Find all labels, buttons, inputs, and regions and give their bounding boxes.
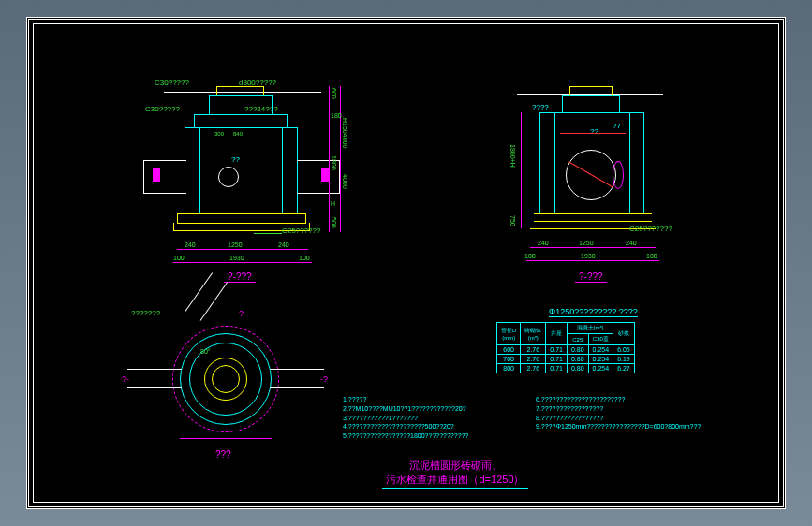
section-a-label: ?-???: [224, 271, 256, 283]
th-c25: C25: [567, 334, 588, 345]
section-a-drawing: C30????? d800????? C30????? ???24??? 300…: [160, 62, 357, 296]
note-5: 5.?????????????????1800????????????: [343, 431, 468, 441]
c30-label-b: C30?????: [145, 105, 180, 113]
dim-1250-b: 1250: [579, 240, 594, 246]
note-3: 3.???????????1???????: [343, 414, 468, 423]
qq-label: ??: [231, 155, 240, 164]
note-2: 2.??M10????MU10??1????????????20?: [343, 404, 468, 414]
note-7: 7.?????????????????: [536, 404, 701, 414]
dim-1250: 1250: [228, 241, 243, 248]
dim-4000v: 4000: [342, 174, 348, 189]
dim-240a-b: 240: [538, 240, 549, 246]
dim-100a-b: 100: [524, 253, 536, 259]
cut-right: -?: [320, 374, 328, 384]
note-8: 8.?????????????????: [536, 414, 701, 423]
dim-H1504000: H1504000: [342, 118, 348, 148]
dim-100a: 100: [173, 255, 185, 261]
notes-right: 6.??????????????????????? 7.????????????…: [536, 395, 701, 431]
dim-100b: 100: [299, 255, 310, 261]
note-6: 6.???????????????????????: [536, 395, 701, 404]
note-9: 9.????Φ1250mm????????????????D=600?800mm…: [536, 422, 701, 431]
section-b-label: ?-???: [575, 271, 607, 283]
c25-label-b: C25???????: [629, 225, 672, 233]
table-row: 600 2.76 0.71 0.80 0.254 6.05: [497, 345, 635, 355]
th-seat: 井座: [546, 323, 568, 345]
plan-label: ???: [212, 449, 235, 460]
plan-view: 80° ??????? ?- -? -? ???: [137, 314, 343, 483]
cut-top: -?: [236, 309, 244, 318]
dim-300: 300: [214, 131, 224, 137]
cut-left: ?-: [122, 374, 129, 384]
table-row: 800 2.76 0.71 0.80 0.254 6.27: [497, 364, 635, 373]
table-title: Φ1250????????? ????: [549, 307, 638, 317]
dim-500v: 500: [331, 217, 337, 228]
section-b-drawing: ???? ?7 ?? C25??????? 1800+H 750 240 125…: [502, 69, 699, 303]
drawing-title: 沉泥槽圆形砖砌雨、 污水检查井通用图（d=1250）: [362, 459, 549, 489]
drawing-sheet: C30????? d800????? C30????? ???24??? 300…: [33, 23, 779, 503]
dim-180v: 180: [331, 112, 342, 119]
table-row: 700 2.76 0.71 0.80 0.254 6.19: [497, 355, 635, 364]
notes-left: 1.????? 2.??M10????MU10??1????????????20…: [343, 395, 468, 441]
dim-240b: 240: [278, 241, 289, 248]
qqqq-plan: ???????: [131, 309, 160, 317]
angle-80: 80°: [200, 348, 211, 355]
cad-viewport: C30????? d800????? C30????? ???24??? 300…: [26, 17, 786, 509]
c30-label-a: C30?????: [155, 79, 189, 87]
title-line1: 沉泥槽圆形砖砌雨、: [362, 459, 549, 473]
dim-600v: 600: [331, 88, 337, 99]
dim-840: 840: [233, 131, 243, 137]
note-4: 4.?????????????????????500??20?: [343, 422, 468, 431]
dim-1930: 1930: [229, 255, 244, 261]
material-table: 管径D(mm) 砖砌体(m³) 井座 混凝土(m³) 砂浆 C25 C30盖 6…: [496, 322, 635, 373]
qq-label-b: ??: [590, 127, 598, 136]
title-line2: 污水检查井通用图（d=1250）: [382, 473, 527, 489]
dim-1800H: 1800+H: [509, 144, 516, 168]
c25-label: C25??????: [282, 226, 320, 235]
dim-750: 750: [509, 215, 516, 226]
q7-label: ?7: [613, 122, 621, 130]
dim-100b-b: 100: [646, 253, 657, 259]
th-d: 管径D(mm): [497, 323, 521, 345]
th-c30: C30盖: [588, 334, 613, 345]
th-brick: 砖砌体(m³): [521, 323, 546, 345]
q24-label: ???24???: [244, 105, 278, 113]
dim-240a: 240: [185, 241, 196, 248]
note-1: 1.?????: [343, 395, 468, 404]
th-sj: 砂浆: [613, 323, 635, 345]
qqqq-label: ????: [532, 103, 549, 111]
dim-Hv: H: [331, 200, 335, 207]
th-c25group: 混凝土(m³): [567, 323, 613, 334]
dim-240b-b: 240: [626, 240, 637, 246]
dim-1800v: 1800: [331, 155, 337, 170]
dim-1930-b: 1930: [581, 253, 596, 259]
